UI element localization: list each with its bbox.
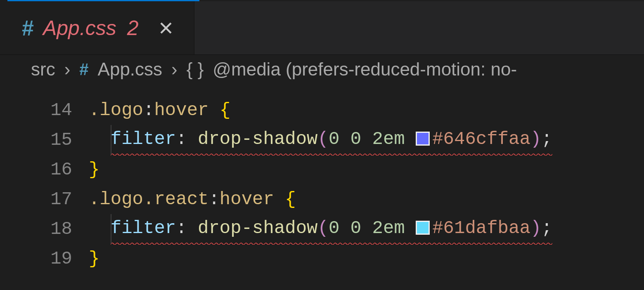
line-number: 14	[0, 95, 72, 125]
indent-guide	[111, 125, 111, 155]
indent-guide	[111, 214, 111, 244]
tab-problems-count: 2	[127, 16, 139, 40]
code-area[interactable]: .logo:hover { filter: drop-shadow(0 0 2e…	[89, 95, 644, 290]
breadcrumb-seg-src[interactable]: src	[31, 59, 55, 80]
code-line[interactable]: filter: drop-shadow(0 0 2em #646cffaa);	[89, 125, 644, 155]
breadcrumb-seg-rule[interactable]: @media (prefers-reduced-motion: no-	[213, 59, 517, 80]
line-number: 17	[0, 184, 72, 214]
color-swatch[interactable]	[416, 132, 430, 146]
tab-close-button[interactable]	[159, 21, 173, 35]
editor-window: # App.css 2 src › # App.css › { } @media…	[0, 0, 644, 290]
color-swatch[interactable]	[416, 221, 430, 235]
code-editor[interactable]: 141516171819 .logo:hover { filter: drop-…	[0, 84, 644, 290]
line-number: 15	[0, 125, 72, 155]
code-line[interactable]: }	[89, 155, 644, 184]
css-file-icon: #	[79, 60, 88, 79]
tab-app-css[interactable]: # App.css 2	[0, 1, 194, 54]
css-file-icon: #	[22, 16, 34, 40]
lint-error-underline: filter: drop-shadow(0 0 2em #61dafbaa);	[111, 213, 552, 245]
line-number: 18	[0, 214, 72, 244]
tab-bar: # App.css 2	[0, 1, 644, 55]
code-line[interactable]: .logo:hover {	[89, 95, 644, 125]
close-icon	[159, 21, 173, 35]
line-number: 16	[0, 155, 72, 184]
line-number-gutter: 141516171819	[0, 95, 89, 290]
braces-icon: { }	[187, 59, 204, 80]
chevron-right-icon: ›	[171, 59, 178, 80]
line-number: 19	[0, 244, 72, 273]
breadcrumb[interactable]: src › # App.css › { } @media (prefers-re…	[0, 55, 644, 84]
lint-error-underline: filter: drop-shadow(0 0 2em #646cffaa);	[111, 124, 552, 156]
chevron-right-icon: ›	[64, 59, 71, 80]
code-line[interactable]: .logo.react:hover {	[89, 184, 644, 214]
code-line[interactable]: filter: drop-shadow(0 0 2em #61dafbaa);	[89, 214, 644, 244]
breadcrumb-seg-file[interactable]: App.css	[98, 59, 163, 80]
code-line[interactable]: }	[89, 244, 644, 273]
tab-title: App.css	[43, 16, 116, 40]
